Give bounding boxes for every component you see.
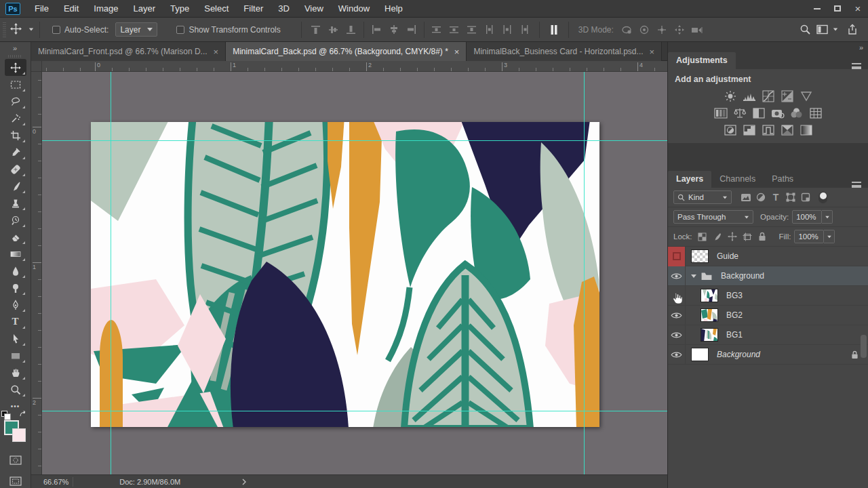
workspace-chevron-icon[interactable] [833,28,837,31]
distribute-top-icon[interactable] [429,23,444,37]
align-top-icon[interactable] [309,23,323,37]
path-selection-tool[interactable] [5,330,26,347]
layer-thumbnail-bg1[interactable] [701,328,718,342]
menu-select[interactable]: Select [197,0,236,18]
doc-tab-back-close-icon[interactable]: × [454,47,460,57]
selective-color-icon[interactable] [780,123,794,136]
curves-icon[interactable] [761,89,775,102]
layer-thumbnail-guide[interactable] [691,249,709,263]
fill-chevron[interactable] [824,230,835,243]
menu-type[interactable]: Type [163,0,197,18]
minimize-button[interactable] [807,1,827,16]
type-tool[interactable]: T [5,313,26,330]
menu-edit[interactable]: Edit [56,0,86,18]
lock-transparency-icon[interactable] [695,230,710,243]
layer-thumbnail-bg2[interactable] [701,308,718,322]
visibility-toggle-background-group[interactable] [668,266,686,286]
eyedropper-tool[interactable] [5,144,26,161]
tab-adjustments[interactable]: Adjustments [668,52,736,69]
layers-menu-icon[interactable] [852,182,861,188]
brightness-contrast-icon[interactable] [723,89,737,102]
layer-name-bg3[interactable]: BG3 [726,291,743,300]
panels-collapse-icon[interactable]: » [859,43,864,52]
menu-filter[interactable]: Filter [236,0,271,18]
clone-stamp-tool[interactable] [5,195,26,211]
layer-row-background-group[interactable]: Background [668,266,868,286]
menu-help[interactable]: Help [377,0,410,18]
move-tool[interactable] [5,59,26,76]
layer-name-background[interactable]: Background [717,350,760,359]
layer-name-background-group[interactable]: Background [721,271,764,281]
lasso-tool[interactable] [5,93,26,110]
3d-roll-icon[interactable] [637,23,652,37]
levels-icon[interactable] [742,89,756,102]
hand-tool[interactable] [5,364,26,381]
maximize-button[interactable] [827,1,848,16]
blur-tool[interactable] [5,262,26,279]
visibility-toggle-background[interactable] [668,345,686,365]
filter-pixel-layers-icon[interactable] [738,191,753,203]
close-button[interactable]: × [848,1,868,16]
posterize-icon[interactable] [742,123,756,136]
dodge-tool[interactable] [5,279,26,296]
auto-select-target-dropdown[interactable]: Layer [115,22,157,37]
horizontal-ruler[interactable]: 0 1 2 3 4 [42,61,667,72]
lock-all-icon[interactable] [755,230,770,243]
workspace-switcher-icon[interactable] [815,23,830,37]
menu-3d[interactable]: 3D [271,0,297,18]
rectangular-marquee-tool[interactable] [5,76,26,93]
group-expand-chevron-icon[interactable] [691,274,696,278]
lock-pixels-icon[interactable] [710,230,725,243]
adjustments-menu-icon[interactable] [852,63,861,69]
distribute-left-icon[interactable] [482,23,497,37]
rectangle-tool[interactable] [5,347,26,364]
layer-row-bg1[interactable]: BG1 [668,325,868,345]
toolbar-collapse-icon[interactable]: » [0,42,31,52]
distribute-vcenter-icon[interactable] [447,23,462,37]
filter-type-layers-icon[interactable]: T [768,191,783,203]
crop-tool[interactable] [5,127,26,144]
3d-drag-icon[interactable] [654,23,669,37]
layer-name-guide[interactable]: Guide [717,251,738,261]
vertical-ruler[interactable]: 0 1 2 [31,72,42,474]
filter-shape-layers-icon[interactable] [783,191,798,203]
menu-view[interactable]: View [297,0,331,18]
3d-rotate-icon[interactable] [619,23,634,37]
eraser-tool[interactable] [5,228,26,245]
swap-colors-icon[interactable] [19,411,27,418]
spot-healing-brush-tool[interactable] [5,161,26,178]
layer-thumbnail-background[interactable] [691,348,709,361]
guide-vertical-left[interactable] [111,72,111,474]
visibility-toggle-bg2[interactable] [668,306,686,325]
filter-kind-dropdown[interactable]: Kind [673,190,732,204]
invert-icon[interactable] [723,123,737,136]
gradient-map-icon[interactable] [799,123,813,136]
photo-filter-icon[interactable] [770,106,785,119]
exposure-icon[interactable] [780,89,794,102]
filter-adjustment-layers-icon[interactable] [753,191,768,203]
ruler-corner[interactable] [31,61,42,72]
3d-scale-icon[interactable] [690,23,705,37]
layer-row-bg3[interactable]: BG3 [668,286,868,306]
pen-tool[interactable] [5,296,26,313]
layer-name-bg2[interactable]: BG2 [726,310,743,320]
gradient-tool[interactable] [5,245,26,262]
default-colors-icon[interactable] [1,411,7,417]
menu-image[interactable]: Image [86,0,125,18]
threshold-icon[interactable] [761,123,775,136]
zoom-level-field[interactable]: 66.67% [39,477,73,487]
tab-layers[interactable]: Layers [668,171,711,188]
color-lookup-icon[interactable] [808,106,823,119]
visibility-toggle-bg3[interactable] [668,286,686,306]
visibility-toggle-guide[interactable] [668,247,686,266]
canvas-viewport[interactable] [42,72,667,474]
background-color-swatch[interactable] [12,428,26,442]
visibility-toggle-bg1[interactable] [668,325,686,345]
doc-tab-front[interactable]: MinimalCard_Front.psd @ 66.7% (Marison D… [31,42,226,61]
status-chevron-icon[interactable] [241,479,247,485]
distribute-spacing-icon[interactable] [547,23,561,37]
align-left-icon[interactable] [369,23,384,37]
menu-layer[interactable]: Layer [126,0,163,18]
layer-row-guide[interactable]: Guide [668,247,868,266]
auto-select-checkbox[interactable] [52,26,60,34]
